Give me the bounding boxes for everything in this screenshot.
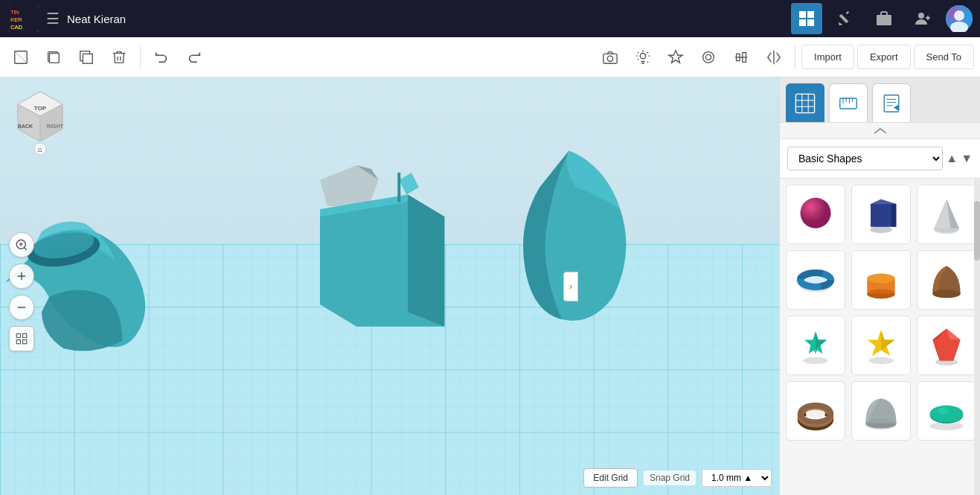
tab-grid[interactable] xyxy=(786,83,824,122)
svg-point-70 xyxy=(870,226,892,233)
svg-text:⌂: ⌂ xyxy=(38,145,42,153)
svg-rect-58 xyxy=(840,98,856,109)
svg-rect-17 xyxy=(83,54,92,63)
grid-view-button[interactable] xyxy=(791,3,822,34)
ring-button[interactable] xyxy=(694,42,723,72)
left-view-controls xyxy=(9,158,34,351)
shape-cylinder[interactable] xyxy=(851,250,911,310)
shape-cone[interactable] xyxy=(917,185,976,244)
shape-torus[interactable] xyxy=(786,250,845,310)
svg-point-21 xyxy=(703,51,714,63)
category-selector: Basic Shapes Letters Numbers Connectors … xyxy=(780,139,980,179)
build-button[interactable] xyxy=(830,3,861,34)
shape-paraboloid[interactable] xyxy=(917,250,976,310)
svg-rect-7 xyxy=(807,19,814,26)
align-button[interactable] xyxy=(726,42,756,72)
project-name: Neat Kieran xyxy=(67,13,126,25)
shape-dome[interactable] xyxy=(851,381,911,441)
snap-grid-label: Snap Grid xyxy=(644,470,696,485)
send-to-button[interactable]: Send To xyxy=(914,45,974,69)
svg-text:TOP: TOP xyxy=(34,105,47,112)
svg-marker-71 xyxy=(871,204,891,227)
svg-rect-4 xyxy=(799,11,806,18)
shape-sphere[interactable] xyxy=(786,185,845,244)
profile-avatar[interactable] xyxy=(946,5,973,32)
viewport-3d[interactable]: TOP BACK RIGHT ⌂ Edit xyxy=(0,77,779,495)
svg-point-11 xyxy=(954,10,964,21)
shape-star-blue[interactable] xyxy=(786,316,845,375)
panel-collapse-button[interactable]: › xyxy=(563,272,578,301)
tinkercad-logo[interactable]: TIN KER CAD xyxy=(7,5,39,32)
svg-point-108 xyxy=(938,407,949,414)
snap-grid-select[interactable]: 1.0 mm ▲ xyxy=(702,469,772,487)
svg-rect-18 xyxy=(603,54,617,63)
svg-rect-53 xyxy=(795,94,814,112)
export-button[interactable]: Export xyxy=(857,45,911,69)
shape-ellipsoid[interactable] xyxy=(917,381,976,441)
svg-point-107 xyxy=(930,406,964,422)
svg-rect-6 xyxy=(799,19,806,26)
shape-category-select[interactable]: Basic Shapes Letters Numbers Connectors … xyxy=(787,147,943,170)
svg-point-22 xyxy=(705,54,711,60)
svg-point-87 xyxy=(932,290,960,298)
category-down-button[interactable]: ▼ xyxy=(961,152,973,165)
svg-rect-52 xyxy=(23,340,27,344)
import-button[interactable]: Import xyxy=(801,45,854,69)
shapes-scrollbar-thumb[interactable] xyxy=(974,201,980,261)
svg-rect-15 xyxy=(50,53,60,63)
svg-line-43 xyxy=(24,247,26,249)
viewport-bottom-controls: Edit Grid Snap Grid 1.0 mm ▲ xyxy=(583,468,772,488)
zoom-out-button[interactable] xyxy=(9,295,34,320)
svg-point-104 xyxy=(865,418,896,428)
svg-point-81 xyxy=(806,276,825,283)
svg-point-101 xyxy=(806,409,825,418)
svg-text:BACK: BACK xyxy=(18,124,33,129)
scene-objects xyxy=(0,77,779,495)
shape-gem[interactable] xyxy=(917,316,976,375)
copy-design-button[interactable] xyxy=(39,42,68,72)
svg-marker-72 xyxy=(871,199,897,204)
category-up-button[interactable]: ▲ xyxy=(946,152,958,165)
toolbar-separator-2 xyxy=(795,45,795,69)
svg-marker-73 xyxy=(891,204,897,227)
portfolio-button[interactable] xyxy=(868,3,900,34)
svg-marker-67 xyxy=(894,104,899,110)
project-list-icon[interactable]: ☰ xyxy=(46,10,60,28)
view-home-button[interactable] xyxy=(9,326,34,351)
svg-rect-50 xyxy=(23,333,27,337)
light-button[interactable] xyxy=(628,42,658,72)
svg-point-69 xyxy=(800,198,830,229)
edit-grid-button[interactable]: Edit Grid xyxy=(583,468,638,488)
scroll-up-indicator[interactable] xyxy=(780,123,980,139)
svg-point-89 xyxy=(868,357,894,364)
shape-ring-bronze[interactable] xyxy=(786,381,845,441)
duplicate-button[interactable] xyxy=(71,42,101,72)
svg-point-19 xyxy=(607,56,612,61)
mirror-button[interactable] xyxy=(759,42,789,72)
svg-rect-8 xyxy=(877,15,891,25)
svg-marker-96 xyxy=(936,340,957,361)
tab-notes[interactable] xyxy=(872,83,911,122)
new-button[interactable] xyxy=(6,42,36,72)
shape-star-yellow[interactable] xyxy=(851,316,911,375)
tab-ruler[interactable] xyxy=(829,83,868,122)
zoom-fit-button[interactable] xyxy=(9,232,34,258)
view-cube[interactable]: TOP BACK RIGHT ⌂ xyxy=(10,88,70,147)
svg-rect-51 xyxy=(16,340,20,344)
svg-point-84 xyxy=(867,274,894,284)
shapes-scrollbar-track xyxy=(974,179,980,495)
delete-button[interactable] xyxy=(104,42,134,72)
undo-button[interactable] xyxy=(147,42,176,72)
toolbar: Import Export Send To xyxy=(0,37,980,77)
camera-button[interactable] xyxy=(595,42,625,72)
add-user-button[interactable] xyxy=(907,3,938,34)
shape-box[interactable] xyxy=(851,185,911,244)
zoom-in-button[interactable] xyxy=(9,264,34,289)
right-panel: Basic Shapes Letters Numbers Connectors … xyxy=(779,77,980,495)
svg-point-9 xyxy=(918,13,924,19)
svg-point-85 xyxy=(867,289,894,298)
redo-button[interactable] xyxy=(179,42,209,72)
svg-text:CAD: CAD xyxy=(10,24,23,31)
shape-button[interactable] xyxy=(661,42,691,72)
top-navigation: TIN KER CAD ☰ Neat Kieran xyxy=(0,0,980,37)
